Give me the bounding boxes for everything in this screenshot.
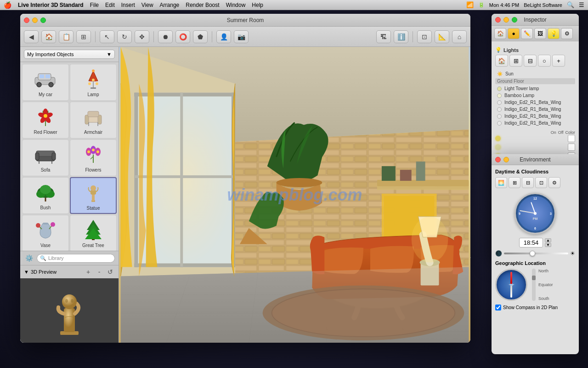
- light-item-5[interactable]: Indigo_Ed2_R1_Beta_Wing: [495, 120, 575, 126]
- color-swatch-2[interactable]: [568, 144, 575, 151]
- light-item-0[interactable]: Light Tower lamp: [495, 85, 575, 92]
- main-view[interactable]: winampblog.com: [119, 47, 470, 343]
- polygon-tool[interactable]: ⬟: [193, 30, 208, 43]
- compass-checkbox-label: Show Compass in 2D Plan: [503, 305, 558, 310]
- camera-button[interactable]: 📷: [234, 30, 249, 43]
- window-menu[interactable]: Window: [226, 2, 246, 8]
- light-item-3[interactable]: Indigo_Ed2_R1_Beta_Wing: [495, 106, 575, 113]
- insert-menu[interactable]: Insert: [121, 2, 135, 8]
- environment-window: Environment Daytime & Cloudiness 🌅 ⊞ ⊟ ⊡…: [492, 154, 579, 354]
- zoom-in-button[interactable]: +: [84, 267, 93, 276]
- circle-tool[interactable]: ⭕: [175, 30, 190, 43]
- record-button[interactable]: ⏺: [158, 30, 173, 43]
- object-cell-lamp[interactable]: Lamp: [70, 64, 117, 101]
- object-cell-sofa[interactable]: Sofa: [22, 139, 69, 176]
- imported-objects-dropdown[interactable]: My Imported Objects ▼: [24, 50, 115, 59]
- latitude-slider[interactable]: [532, 269, 536, 301]
- time-stepper-down[interactable]: ▼: [545, 243, 551, 247]
- back-button[interactable]: ◀: [24, 30, 39, 43]
- app-name-menu[interactable]: Live Interior 3D Standard: [18, 2, 84, 8]
- help-menu[interactable]: Help: [252, 2, 263, 8]
- inspector-minimize-button[interactable]: [503, 17, 509, 23]
- zoom-reset-button[interactable]: ↺: [106, 267, 115, 276]
- preview-header[interactable]: ▼ 3D Preview + - ↺: [20, 265, 119, 278]
- light-item-2[interactable]: Indigo_Ed2_R1_Beta_Wing: [495, 99, 575, 106]
- desktop: 🍎 Live Interior 3D Standard File Edit In…: [0, 0, 588, 368]
- light-type-4-btn[interactable]: ○: [538, 55, 551, 67]
- file-menu[interactable]: File: [90, 2, 99, 8]
- light-item-4[interactable]: Indigo_Ed2_R1_Beta_Wing: [495, 113, 575, 120]
- floor-plan-button[interactable]: 📐: [435, 30, 449, 43]
- light-item-1[interactable]: Bamboo Lamp: [495, 92, 575, 99]
- inspector-color-btn[interactable]: ●: [508, 28, 520, 39]
- light-type-1-btn[interactable]: 🏠: [495, 55, 508, 67]
- inspector-content: 💡 Lights 🏠 ⊞ ⊟ ○ + ☀️ Sun Ground Floor L…: [492, 41, 579, 164]
- list-icon[interactable]: ☰: [579, 1, 584, 8]
- object-cell-bush[interactable]: Bush: [22, 177, 69, 214]
- env-minimize-button[interactable]: [503, 157, 509, 162]
- minute-hand: [520, 210, 535, 213]
- time-settings[interactable]: ⚙: [548, 177, 560, 188]
- light-type-2-btn[interactable]: ⊞: [509, 55, 522, 67]
- inspector-light-btn[interactable]: 💡: [548, 28, 560, 39]
- move-tool[interactable]: ✥: [135, 30, 149, 43]
- object-cell-flowers[interactable]: Flowers: [70, 139, 117, 176]
- light-item-sun[interactable]: ☀️ Sun: [495, 70, 575, 77]
- wifi-icon[interactable]: 📶: [466, 1, 474, 8]
- search-box[interactable]: 🔍 Library: [37, 254, 115, 263]
- zoom-out-button[interactable]: -: [95, 267, 104, 276]
- light-add-btn[interactable]: +: [552, 55, 565, 67]
- env-close-button[interactable]: [495, 157, 501, 162]
- object-cell-vase[interactable]: Vase: [22, 215, 69, 251]
- arrange-menu[interactable]: Arrange: [160, 2, 180, 8]
- view-menu[interactable]: View: [141, 2, 153, 8]
- time-stepper-up[interactable]: ▲: [545, 238, 551, 242]
- object-cell-my-car[interactable]: My car: [22, 64, 69, 101]
- view-3d-button[interactable]: 🏗: [376, 30, 391, 43]
- brightness-max-icon: ☀: [570, 250, 575, 257]
- info-button[interactable]: ℹ️: [394, 30, 408, 43]
- object-cell-armchair[interactable]: Armchair: [70, 102, 117, 138]
- home3d-button[interactable]: ⌂: [452, 30, 467, 43]
- search-icon[interactable]: 🔍: [567, 1, 574, 8]
- edit-menu[interactable]: Edit: [105, 2, 115, 8]
- latitude-thumb[interactable]: [532, 276, 536, 280]
- layout-button[interactable]: ⊡: [417, 30, 432, 43]
- brightness-thumb[interactable]: [530, 251, 535, 256]
- inspector-maximize-button[interactable]: [512, 17, 517, 23]
- human-tool[interactable]: 👤: [216, 30, 231, 43]
- inspector-texture-btn[interactable]: 🖼: [534, 28, 546, 39]
- search-icon: 🔍: [40, 255, 46, 261]
- cursor-tool[interactable]: ↖: [100, 30, 114, 43]
- compass[interactable]: [495, 269, 527, 301]
- object-cell-great-tree[interactable]: Great Tree: [70, 215, 117, 251]
- close-button[interactable]: [24, 17, 29, 23]
- grid-view-button[interactable]: ⊞: [76, 30, 91, 43]
- rotate-tool[interactable]: ↻: [117, 30, 132, 43]
- bush-icon: [33, 180, 58, 204]
- list-view-button[interactable]: 📋: [59, 30, 74, 43]
- inspector-objects-btn[interactable]: 🏠: [494, 28, 506, 39]
- apple-menu[interactable]: 🍎: [4, 1, 11, 9]
- time-input-field[interactable]: [519, 238, 543, 247]
- render-boost-menu[interactable]: Render Boost: [186, 2, 219, 8]
- object-cell-statue[interactable]: Statue: [70, 177, 117, 214]
- inspector-settings-btn[interactable]: ⚙: [561, 28, 573, 39]
- inspector-close-button[interactable]: [495, 17, 501, 23]
- settings-button[interactable]: ⚙️: [24, 253, 34, 263]
- home-button[interactable]: 🏠: [41, 30, 56, 43]
- time-preset-3[interactable]: ⊟: [522, 177, 534, 188]
- maximize-button[interactable]: [40, 17, 46, 23]
- object-cell-red-flower[interactable]: Red Flower: [22, 102, 69, 138]
- brightness-slider[interactable]: [504, 253, 568, 254]
- inspector-edit-btn[interactable]: ✏️: [521, 28, 533, 39]
- minimize-button[interactable]: [32, 17, 38, 23]
- time-preset-1[interactable]: 🌅: [495, 177, 507, 188]
- compass-checkbox[interactable]: [495, 305, 501, 310]
- light-type-3-btn[interactable]: ⊟: [524, 55, 537, 67]
- light-name-3: Indigo_Ed2_R1_Beta_Wing: [504, 107, 561, 112]
- time-preset-2[interactable]: ⊞: [509, 177, 520, 188]
- color-swatch-1[interactable]: [568, 135, 575, 142]
- light-dot-1: [497, 93, 502, 98]
- time-preset-4[interactable]: ⊡: [535, 177, 547, 188]
